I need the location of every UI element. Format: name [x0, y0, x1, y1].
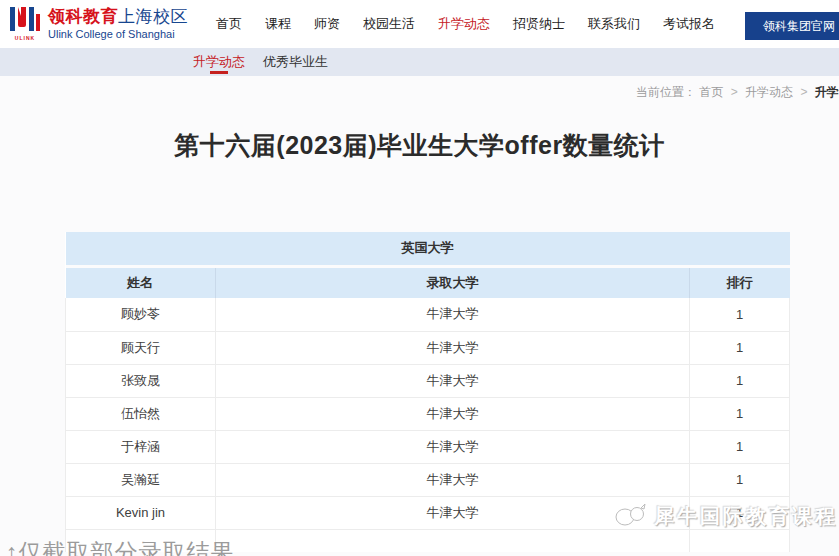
breadcrumb-current: 升学动态: [815, 85, 839, 99]
cell-university: 牛津大学: [216, 298, 690, 331]
watermark-text: 犀牛国际教育课程: [654, 503, 838, 530]
brand-name-en: Ulink College of Shanghai: [48, 28, 188, 40]
cell-university: 牛津大学: [216, 397, 690, 430]
breadcrumb: 当前位置： 首页 > 升学动态 > 升学动态: [636, 84, 839, 101]
subnav-item-outstanding-graduates[interactable]: 优秀毕业生: [263, 48, 328, 76]
nav-item-courses[interactable]: 课程: [265, 15, 291, 33]
nav-item-admissions-news[interactable]: 升学动态: [438, 15, 490, 33]
table-row: 张致晟 牛津大学 1: [66, 364, 790, 397]
table-group-row: 英国大学: [66, 232, 790, 266]
cell-rank: 1: [689, 331, 789, 364]
cell-rank: 1: [689, 298, 789, 331]
col-header-rank: 排行: [689, 266, 789, 298]
breadcrumb-home[interactable]: 首页: [699, 85, 723, 99]
table-row: 吴瀚廷 牛津大学 1: [66, 463, 790, 496]
cell-rank: [689, 529, 789, 552]
article-title: 第十六届(2023届)毕业生大学offer数量统计: [0, 129, 839, 162]
group-site-button[interactable]: 领科集团官网: [745, 12, 839, 40]
cell-rank: 1: [689, 430, 789, 463]
cell-rank: 1: [689, 397, 789, 430]
cell-university: 牛津大学: [216, 331, 690, 364]
nav-item-exam-signup[interactable]: 考试报名: [663, 15, 715, 33]
cell-name: 伍怡然: [66, 397, 216, 430]
col-header-name: 姓名: [66, 266, 216, 298]
cell-university: 牛津大学: [216, 430, 690, 463]
image-caption: ↑仅截取部分录取结果: [6, 537, 235, 556]
nav-item-campus-life[interactable]: 校园生活: [363, 15, 415, 33]
cell-rank: 1: [689, 463, 789, 496]
breadcrumb-prefix: 当前位置：: [636, 85, 696, 99]
cell-name: 顾妙苓: [66, 298, 216, 331]
breadcrumb-section[interactable]: 升学动态: [745, 85, 793, 99]
cell-university: [216, 529, 690, 552]
watermark: 犀牛国际教育课程: [612, 501, 838, 531]
cell-name: 顾天行: [66, 331, 216, 364]
table-row: 顾妙苓 牛津大学 1: [66, 298, 790, 331]
ulink-logo-icon: ULINK: [8, 6, 42, 42]
nav-item-contact[interactable]: 联系我们: [588, 15, 640, 33]
active-tab-underline: [210, 71, 228, 74]
cell-name: 吴瀚廷: [66, 463, 216, 496]
table-row: 于梓涵 牛津大学 1: [66, 430, 790, 463]
table-row: 伍怡然 牛津大学 1: [66, 397, 790, 430]
breadcrumb-separator: >: [731, 85, 738, 99]
subnav-item-label: 升学动态: [193, 53, 245, 71]
cell-name: 于梓涵: [66, 430, 216, 463]
page: ULINK 领科教育上海校区 Ulink College of Shanghai…: [0, 0, 839, 556]
col-header-university: 录取大学: [216, 266, 690, 298]
logo-caption: ULINK: [15, 35, 35, 41]
nav-item-recruitment[interactable]: 招贤纳士: [513, 15, 565, 33]
subnav-item-label: 优秀毕业生: [263, 53, 328, 71]
cell-name: Kevin jin: [66, 496, 216, 529]
nav-item-home[interactable]: 首页: [216, 15, 242, 33]
site-logo[interactable]: ULINK 领科教育上海校区 Ulink College of Shanghai: [8, 6, 188, 42]
table-header-row: 姓名 录取大学 排行: [66, 266, 790, 298]
brand-campus-cn: 上海校区: [118, 7, 188, 26]
table-group-header: 英国大学: [66, 232, 790, 266]
table-row: 顾天行 牛津大学 1: [66, 331, 790, 364]
nav-item-faculty[interactable]: 师资: [314, 15, 340, 33]
rhino-icon: [612, 501, 648, 531]
main-nav: 首页 课程 师资 校园生活 升学动态 招贤纳士 联系我们 考试报名: [216, 15, 715, 33]
cell-rank: 1: [689, 364, 789, 397]
site-header: ULINK 领科教育上海校区 Ulink College of Shanghai…: [0, 0, 839, 48]
cell-name: 张致晟: [66, 364, 216, 397]
logo-text: 领科教育上海校区 Ulink College of Shanghai: [48, 8, 188, 40]
cell-university: 牛津大学: [216, 463, 690, 496]
brand-name-cn: 领科教育: [48, 7, 118, 26]
sub-nav: 升学动态 优秀毕业生: [0, 48, 839, 76]
breadcrumb-separator: >: [800, 85, 807, 99]
cell-university: 牛津大学: [216, 364, 690, 397]
subnav-item-admissions-news[interactable]: 升学动态: [193, 48, 245, 76]
